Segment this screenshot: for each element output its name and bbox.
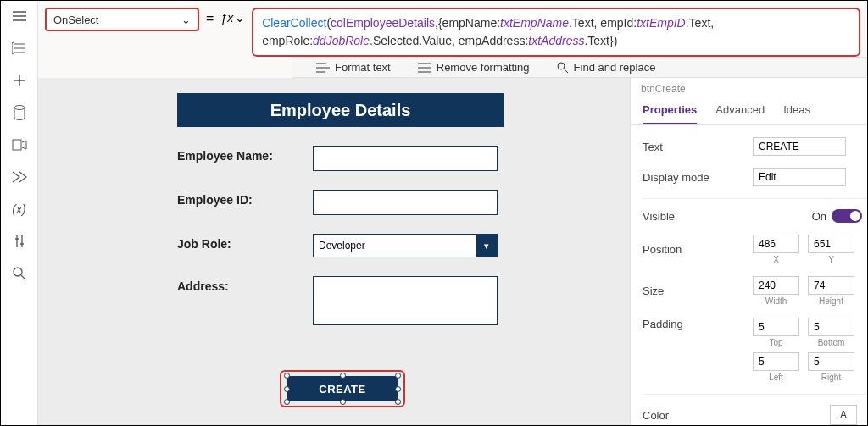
format-text-icon bbox=[316, 62, 330, 74]
resize-handle[interactable] bbox=[395, 373, 401, 379]
data-icon[interactable] bbox=[11, 104, 28, 121]
padding-left-input[interactable] bbox=[753, 352, 799, 371]
power-automate-icon[interactable] bbox=[11, 169, 28, 185]
tab-advanced[interactable]: Advanced bbox=[715, 103, 765, 124]
property-selector-value: OnSelect bbox=[53, 14, 98, 26]
svg-line-8 bbox=[21, 275, 25, 279]
svg-point-7 bbox=[14, 268, 22, 276]
formula-function: ClearCollect bbox=[262, 16, 326, 30]
prop-text-input[interactable] bbox=[753, 137, 846, 156]
label-address: Address: bbox=[177, 276, 313, 293]
resize-handle[interactable] bbox=[340, 399, 346, 405]
insert-icon[interactable] bbox=[11, 72, 28, 89]
row-name: Employee Name: bbox=[177, 146, 512, 171]
padding-bottom-input[interactable] bbox=[808, 318, 854, 336]
form-title: Employee Details bbox=[177, 93, 504, 127]
visible-toggle[interactable] bbox=[832, 209, 862, 223]
row-id: Employee ID: bbox=[177, 190, 512, 215]
label-id: Employee ID: bbox=[177, 190, 313, 207]
tree-view-icon[interactable] bbox=[11, 40, 28, 57]
select-job-role[interactable]: Developer ▾ bbox=[313, 234, 498, 257]
remove-formatting-icon bbox=[418, 62, 431, 74]
format-bar: Format text Remove formatting Find and r… bbox=[292, 57, 867, 78]
input-employee-id[interactable] bbox=[313, 190, 498, 215]
chevron-down-icon: ▾ bbox=[476, 235, 497, 257]
resize-handle[interactable] bbox=[284, 386, 290, 392]
row-address: Address: bbox=[177, 276, 512, 325]
resize-handle[interactable] bbox=[284, 399, 290, 405]
svg-point-5 bbox=[14, 106, 25, 110]
padding-right-input[interactable] bbox=[808, 352, 854, 371]
formula-collection: colEmployeeDetails bbox=[331, 16, 435, 30]
formula-bar-row: OnSelect ⌄ = ƒx⌄ ClearCollect(colEmploye… bbox=[38, 1, 867, 57]
work-area: Employee Details Employee Name: Employee… bbox=[38, 78, 867, 425]
property-tabs: Properties Advanced Ideas bbox=[631, 95, 867, 125]
form: Employee Name: Employee ID: Job Role: De… bbox=[177, 146, 512, 325]
svg-point-15 bbox=[558, 63, 565, 69]
main-area: OnSelect ⌄ = ƒx⌄ ClearCollect(colEmploye… bbox=[38, 1, 867, 425]
size-h-input[interactable] bbox=[808, 276, 854, 295]
variables-icon[interactable]: (x) bbox=[11, 201, 28, 218]
property-list: Text Display mode Visible On bbox=[631, 125, 867, 425]
find-replace-button[interactable]: Find and replace bbox=[557, 61, 656, 74]
formula-input[interactable]: ClearCollect(colEmployeeDetails,{empName… bbox=[252, 8, 860, 57]
menu-icon[interactable] bbox=[11, 8, 28, 25]
prop-displaymode-input[interactable] bbox=[753, 168, 846, 186]
canvas[interactable]: Employee Details Employee Name: Employee… bbox=[38, 78, 630, 425]
format-text-button[interactable]: Format text bbox=[316, 61, 391, 74]
selected-control-name: btnCreate bbox=[631, 78, 867, 95]
find-icon bbox=[557, 62, 569, 74]
visible-value: On bbox=[812, 210, 826, 223]
equals-sign: = bbox=[206, 8, 214, 26]
chevron-down-icon: ⌄ bbox=[181, 14, 191, 26]
svg-line-16 bbox=[564, 69, 568, 73]
color-picker[interactable]: A bbox=[830, 405, 857, 425]
position-y-input[interactable] bbox=[808, 235, 854, 253]
property-selector[interactable]: OnSelect ⌄ bbox=[45, 8, 199, 31]
prop-padding: Padding Top Bottom Left Right bbox=[643, 318, 867, 382]
prop-visible: Visible On bbox=[643, 198, 867, 223]
properties-panel: btnCreate Properties Advanced Ideas Text… bbox=[630, 78, 867, 425]
tab-ideas[interactable]: Ideas bbox=[783, 103, 810, 124]
media-icon[interactable] bbox=[11, 136, 28, 153]
input-address[interactable] bbox=[313, 276, 498, 325]
prop-text: Text bbox=[643, 137, 867, 156]
search-icon[interactable] bbox=[11, 265, 28, 282]
fx-label[interactable]: ƒx⌄ bbox=[220, 8, 245, 25]
resize-handle[interactable] bbox=[395, 399, 401, 405]
prop-size: Size Width Height bbox=[643, 276, 867, 306]
row-role: Job Role: Developer ▾ bbox=[177, 234, 512, 257]
select-job-role-value: Developer bbox=[319, 240, 365, 252]
padding-top-input[interactable] bbox=[753, 318, 799, 336]
position-x-input[interactable] bbox=[753, 235, 799, 253]
svg-rect-6 bbox=[13, 140, 21, 150]
create-button[interactable]: CREATE bbox=[287, 376, 398, 401]
tools-icon[interactable] bbox=[11, 233, 28, 250]
left-rail: (x) bbox=[1, 1, 38, 425]
tab-properties[interactable]: Properties bbox=[643, 103, 697, 124]
input-employee-name[interactable] bbox=[313, 146, 498, 171]
resize-handle[interactable] bbox=[284, 373, 290, 379]
resize-handle[interactable] bbox=[340, 373, 346, 379]
size-w-input[interactable] bbox=[753, 276, 799, 295]
label-role: Job Role: bbox=[177, 234, 313, 251]
prop-position: Position X Y bbox=[643, 235, 867, 264]
resize-handle[interactable] bbox=[395, 386, 401, 392]
label-name: Employee Name: bbox=[177, 146, 313, 163]
prop-color: Color A bbox=[643, 394, 867, 425]
app-root: (x) OnSelect ⌄ = ƒx⌄ ClearCollect(colEmp… bbox=[1, 1, 867, 425]
remove-formatting-button[interactable]: Remove formatting bbox=[418, 61, 530, 74]
prop-display-mode: Display mode bbox=[643, 168, 867, 186]
create-button-selection: CREATE bbox=[280, 370, 405, 407]
